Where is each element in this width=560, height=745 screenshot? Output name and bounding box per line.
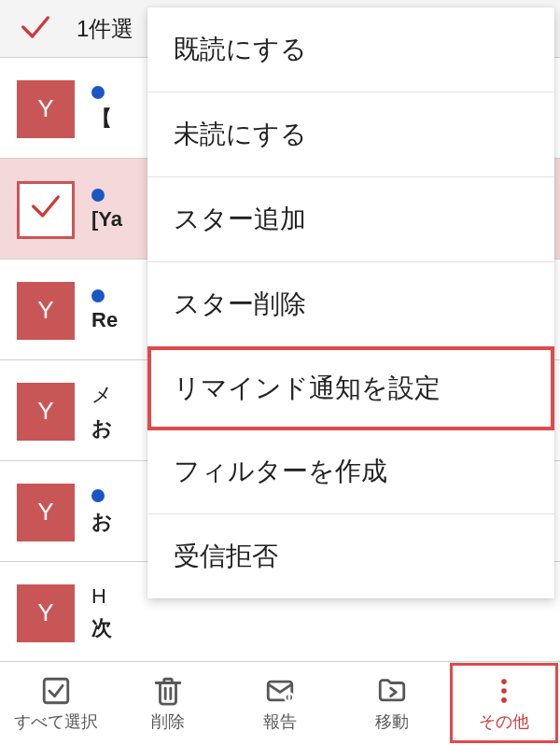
unread-dot-icon [91, 189, 105, 202]
move-icon [376, 675, 408, 707]
menu-item[interactable]: 未読にする [147, 92, 554, 177]
svg-point-7 [501, 679, 507, 684]
more-label: その他 [479, 710, 529, 733]
select-all-button[interactable]: すべて選択 [0, 662, 112, 745]
select-all-label: すべて選択 [14, 710, 98, 733]
move-button[interactable]: 移動 [336, 662, 448, 745]
mail-row-subject: 次 [91, 614, 543, 642]
mail-row-avatar[interactable]: Y [17, 383, 75, 441]
selection-count: 1件選 [77, 14, 133, 44]
more-button[interactable]: その他 [448, 662, 560, 745]
mail-row-avatar[interactable]: Y [17, 80, 75, 138]
unread-dot-icon [91, 489, 105, 502]
mail-row-avatar[interactable]: Y [17, 484, 75, 541]
more-menu: 既読にする未読にするスター追加スター削除リマインド通知を設定フィルターを作成受信… [147, 7, 554, 598]
delete-button[interactable]: 削除 [112, 662, 224, 745]
svg-rect-0 [44, 679, 68, 703]
trash-icon [152, 675, 184, 707]
menu-item[interactable]: スター削除 [147, 262, 554, 347]
svg-point-9 [501, 697, 507, 703]
move-label: 移動 [375, 710, 409, 733]
mail-row-sender: メ [91, 381, 113, 409]
report-label: 報告 [263, 710, 297, 733]
mail-row-sender: H [91, 584, 106, 609]
mail-row-avatar[interactable]: Y [17, 282, 75, 340]
more-vertical-icon [488, 675, 520, 707]
mail-row-selected-icon[interactable] [17, 181, 75, 239]
unread-dot-icon [91, 86, 105, 99]
menu-item[interactable]: フィルターを作成 [147, 429, 554, 514]
delete-label: 削除 [151, 710, 185, 733]
bottom-toolbar: すべて選択 削除 報告 移動 [0, 661, 560, 745]
menu-item[interactable]: リマインド通知を設定 [147, 346, 554, 430]
selection-check-icon [17, 8, 54, 49]
menu-item[interactable]: 既読にする [147, 7, 554, 92]
menu-item[interactable]: スター追加 [147, 177, 554, 262]
report-icon [264, 675, 296, 707]
select-all-icon [40, 675, 72, 707]
mail-row-avatar[interactable]: Y [17, 584, 75, 642]
report-button[interactable]: 報告 [224, 662, 336, 745]
svg-point-8 [501, 688, 507, 694]
menu-item[interactable]: 受信拒否 [147, 514, 554, 598]
unread-dot-icon [91, 289, 105, 302]
